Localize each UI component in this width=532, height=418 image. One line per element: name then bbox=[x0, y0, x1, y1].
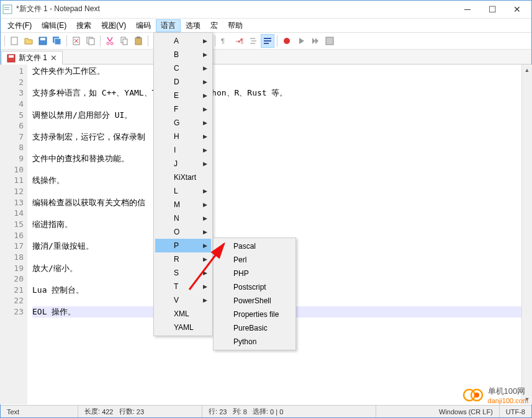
code-line[interactable]: 调整以禁用/启用部分 UI。 bbox=[32, 110, 532, 121]
paste-button[interactable] bbox=[132, 34, 145, 48]
code-line[interactable] bbox=[32, 142, 532, 153]
scroll-up-button[interactable]: ▲ bbox=[522, 64, 532, 75]
toolbar: ¶ ⇥¶ bbox=[0, 32, 532, 50]
lang-menu-item-h[interactable]: H▶ bbox=[155, 130, 211, 143]
lang-menu-item-kixtart[interactable]: KiXtart bbox=[155, 171, 211, 184]
code-line[interactable]: 文件中的查找和替换功能。 bbox=[32, 153, 532, 164]
status-eol[interactable]: Windows (CR LF) bbox=[433, 406, 500, 417]
status-encoding[interactable]: UTF-8 bbox=[500, 406, 531, 417]
lang-menu-item-l[interactable]: L▶ bbox=[155, 184, 211, 198]
submenu-arrow-icon: ▶ bbox=[203, 51, 207, 58]
menu-edit[interactable]: 编辑(E) bbox=[37, 19, 71, 32]
maximize-button[interactable]: ☐ bbox=[480, 1, 505, 18]
whitespace-button[interactable]: ¶ bbox=[218, 34, 232, 48]
lang-item-python[interactable]: Python bbox=[215, 335, 294, 349]
menu-bar: 文件(F) 编辑(E) 搜索 视图(V) 编码 语言 选项 宏 帮助 bbox=[0, 19, 532, 32]
lang-menu-item-e[interactable]: E▶ bbox=[155, 89, 211, 102]
lang-menu-item-p[interactable]: P▶ bbox=[155, 239, 211, 252]
code-line[interactable] bbox=[32, 120, 532, 131]
code-line[interactable] bbox=[32, 77, 532, 88]
save-all-button[interactable] bbox=[50, 34, 64, 48]
word-wrap-button[interactable] bbox=[261, 34, 274, 48]
cut-button[interactable] bbox=[103, 34, 117, 48]
menu-options[interactable]: 选项 bbox=[181, 19, 205, 32]
watermark-text-2: danji100.com bbox=[488, 397, 528, 404]
lang-menu-item-n[interactable]: N▶ bbox=[155, 211, 211, 225]
lang-menu-item-xml[interactable]: XML bbox=[155, 307, 211, 321]
vertical-scrollbar[interactable]: ▲ ▼ bbox=[521, 64, 532, 404]
code-line[interactable]: 缩进指南。 bbox=[32, 219, 532, 230]
save-button[interactable] bbox=[36, 34, 50, 48]
fast-macro-button[interactable] bbox=[309, 34, 322, 48]
lang-item-purebasic[interactable]: PureBasic bbox=[215, 321, 294, 335]
lang-item-properties-file[interactable]: Properties file bbox=[215, 308, 294, 321]
submenu-arrow-icon: ▶ bbox=[203, 270, 207, 276]
code-line[interactable] bbox=[32, 186, 532, 197]
menu-macro[interactable]: 宏 bbox=[205, 19, 223, 32]
status-position: 行: 23 列: 8 选择: 0 | 0 bbox=[202, 406, 376, 417]
code-line[interactable]: 支持录制宏，运行它，保存录制 bbox=[32, 131, 532, 143]
lang-menu-item-i[interactable]: I▶ bbox=[155, 143, 211, 157]
menu-encoding[interactable]: 编码 bbox=[131, 19, 156, 32]
tab-file-1[interactable]: 新文件 1 ✕ bbox=[1, 51, 63, 64]
lang-menu-item-v[interactable]: V▶ bbox=[155, 293, 211, 307]
code-line[interactable] bbox=[32, 164, 532, 176]
lang-menu-item-o[interactable]: O▶ bbox=[155, 225, 211, 239]
lang-menu-item-a[interactable]: A▶ bbox=[155, 34, 211, 48]
language-submenu-p: PascalPerlPHPPostscriptPowerShellPropert… bbox=[213, 238, 296, 350]
submenu-arrow-icon: ▶ bbox=[203, 229, 207, 235]
lang-menu-item-g[interactable]: G▶ bbox=[155, 116, 211, 130]
indent-guide-button[interactable] bbox=[246, 34, 260, 48]
lang-menu-item-t[interactable]: T▶ bbox=[155, 280, 211, 293]
record-macro-button[interactable] bbox=[280, 34, 294, 48]
submenu-arrow-icon: ▶ bbox=[203, 256, 207, 262]
editor-area: 1234567891011121314151617181920212223 文件… bbox=[0, 64, 532, 404]
code-content[interactable]: 文件夹作为工作区。支持多种语言，如 C++、YAML、TeX、PHP、Pytho… bbox=[27, 64, 532, 404]
svg-rect-37 bbox=[9, 55, 14, 58]
lang-menu-item-m[interactable]: M▶ bbox=[155, 198, 211, 211]
close-all-button[interactable] bbox=[84, 34, 97, 48]
code-line[interactable] bbox=[32, 99, 532, 110]
code-line[interactable] bbox=[32, 208, 532, 219]
lang-menu-item-d[interactable]: D▶ bbox=[155, 75, 211, 89]
show-symbol-button[interactable]: ⇥¶ bbox=[232, 34, 246, 48]
lang-item-php[interactable]: PHP bbox=[215, 267, 294, 280]
submenu-arrow-icon: ▶ bbox=[203, 133, 207, 140]
copy-button[interactable] bbox=[117, 34, 131, 48]
lang-item-powershell[interactable]: PowerShell bbox=[215, 294, 294, 308]
code-line[interactable]: 线操作。 bbox=[32, 175, 532, 186]
menu-view[interactable]: 视图(V) bbox=[96, 19, 131, 32]
lang-item-postscript[interactable]: Postscript bbox=[215, 280, 294, 294]
watermark: 单机100网 danji100.com bbox=[462, 386, 528, 404]
lang-menu-item-r[interactable]: R▶ bbox=[155, 252, 211, 266]
new-file-button[interactable] bbox=[7, 34, 21, 48]
lang-menu-item-yaml[interactable]: YAML bbox=[155, 321, 211, 334]
menu-help[interactable]: 帮助 bbox=[223, 19, 248, 32]
code-line[interactable]: 文件夹作为工作区。 bbox=[32, 66, 532, 77]
close-file-button[interactable] bbox=[70, 34, 83, 48]
minimize-button[interactable]: ─ bbox=[455, 1, 480, 18]
lang-item-perl[interactable]: Perl bbox=[215, 253, 294, 267]
svg-text:⇥¶: ⇥¶ bbox=[235, 38, 243, 45]
menu-language[interactable]: 语言 bbox=[156, 19, 181, 32]
close-button[interactable]: ✕ bbox=[505, 1, 530, 18]
play-macro-button[interactable] bbox=[294, 34, 308, 48]
save-macro-button[interactable] bbox=[323, 34, 336, 48]
code-line[interactable]: 编辑检查器以获取有关文档的信 bbox=[32, 197, 532, 208]
submenu-arrow-icon: ▶ bbox=[203, 297, 207, 303]
window-title: *新文件 1 - Notepad Next bbox=[16, 4, 455, 14]
lang-item-pascal[interactable]: Pascal bbox=[215, 239, 294, 253]
lang-menu-item-f[interactable]: F▶ bbox=[155, 102, 211, 116]
tab-close-button[interactable]: ✕ bbox=[50, 53, 57, 63]
submenu-arrow-icon: ▶ bbox=[203, 65, 207, 71]
code-line[interactable]: 支持多种语言，如 C++、YAML、TeX、PHP、Python、R、Rust … bbox=[32, 87, 532, 99]
lang-menu-item-b[interactable]: B▶ bbox=[155, 48, 211, 61]
lang-menu-item-c[interactable]: C▶ bbox=[155, 61, 211, 75]
scrollbar-track[interactable] bbox=[522, 75, 532, 394]
lang-menu-item-j[interactable]: J▶ bbox=[155, 157, 211, 171]
menu-search[interactable]: 搜索 bbox=[71, 19, 96, 32]
open-folder-button[interactable] bbox=[22, 34, 35, 48]
menu-file[interactable]: 文件(F) bbox=[2, 19, 37, 32]
submenu-arrow-icon: ▶ bbox=[203, 147, 207, 153]
lang-menu-item-s[interactable]: S▶ bbox=[155, 266, 211, 280]
